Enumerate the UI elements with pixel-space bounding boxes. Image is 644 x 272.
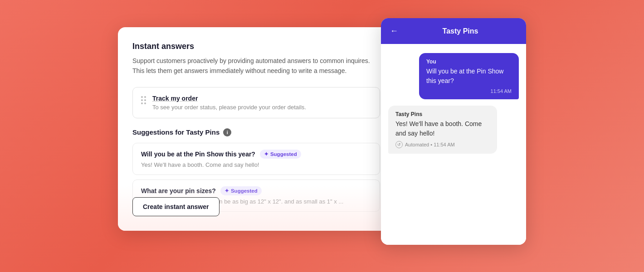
panel-title: Instant answers [132, 42, 380, 51]
suggestion-title-0: Will you be at the Pin Show this year? [141, 151, 255, 158]
chat-header-title: Tasty Pins [404, 27, 517, 35]
user-message-sender: You [426, 58, 512, 65]
suggestion-body-0: Yes! We'll have a booth. Come and say he… [141, 161, 371, 168]
panel-description: Support customers proactively by providi… [132, 56, 373, 76]
suggestions-header: Suggestions for Tasty Pins i [132, 128, 380, 136]
scene: Instant answers Support customers proact… [118, 18, 526, 254]
badge-label-0: Suggested [270, 151, 297, 157]
main-panel: Instant answers Support customers proact… [118, 27, 395, 231]
chat-header: ← Tasty Pins [381, 18, 526, 44]
user-message-text: Will you be at the Pin Show this year? [426, 67, 512, 86]
suggestion-card-header-0: Will you be at the Pin Show this year? ✦… [141, 150, 371, 159]
drag-handle-icon [141, 96, 146, 104]
sparkle-icon-0: ✦ [264, 151, 268, 157]
badge-label-1: Suggested [231, 188, 258, 194]
suggestions-header-label: Suggestions for Tasty Pins [132, 128, 220, 136]
create-instant-answer-button[interactable]: Create instant answer [132, 197, 220, 216]
chat-back-button[interactable]: ← [390, 26, 398, 36]
automated-icon: ↺ [395, 141, 403, 148]
bot-message-meta-text: Automated • 11:54 AM [405, 142, 455, 147]
chat-panel: ← Tasty Pins You Will you be at the Pin … [381, 18, 526, 245]
user-message: You Will you be at the Pin Show this yea… [419, 53, 519, 99]
sparkle-icon-1: ✦ [224, 188, 229, 194]
order-card[interactable]: Track my order To see your order status,… [132, 87, 380, 118]
suggested-badge-1: ✦ Suggested [220, 186, 262, 195]
create-btn-wrapper: Create instant answer [132, 197, 220, 216]
user-message-time: 11:54 AM [426, 88, 512, 94]
suggestion-card-0[interactable]: Will you be at the Pin Show this year? ✦… [132, 143, 380, 175]
bot-message-text: Yes! We'll have a booth. Come and say he… [395, 119, 490, 138]
bot-message-sender: Tasty Pins [395, 111, 490, 117]
order-card-subtitle: To see your order status, please provide… [152, 104, 306, 111]
bot-message: Tasty Pins Yes! We'll have a booth. Come… [388, 106, 497, 154]
info-icon[interactable]: i [223, 128, 231, 136]
suggestion-title-1: What are your pin sizes? [141, 187, 216, 194]
bot-message-meta: ↺ Automated • 11:54 AM [395, 141, 490, 148]
suggested-badge-0: ✦ Suggested [260, 150, 301, 159]
suggestion-card-header-1: What are your pin sizes? ✦ Suggested [141, 186, 371, 195]
order-card-content: Track my order To see your order status,… [152, 95, 306, 111]
order-card-title: Track my order [152, 95, 306, 102]
chat-body: You Will you be at the Pin Show this yea… [381, 44, 526, 245]
